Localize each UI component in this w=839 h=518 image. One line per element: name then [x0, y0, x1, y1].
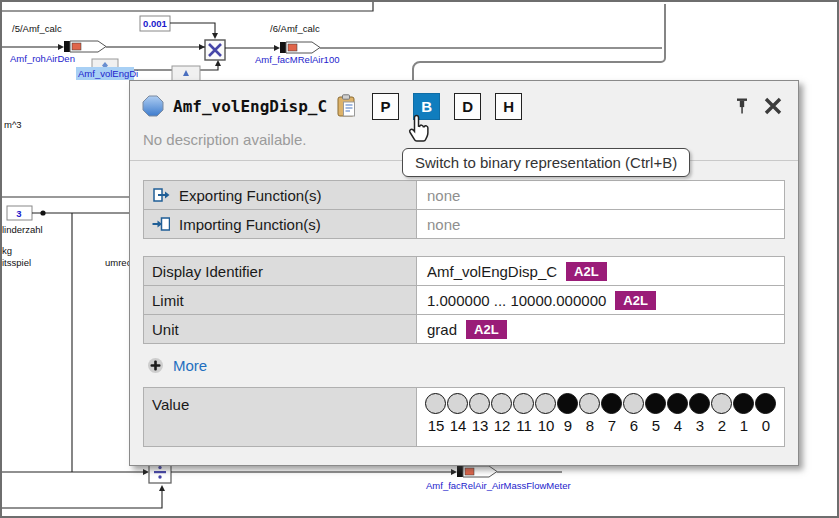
arrowhead — [159, 485, 165, 491]
bit-circle[interactable] — [535, 393, 556, 414]
tag-port — [457, 466, 463, 477]
bit-number: 13 — [469, 417, 491, 434]
property-popup: Amf_volEngDisp_C P B D H — [129, 80, 799, 466]
bit-number: 4 — [667, 417, 689, 434]
bit-number: 5 — [645, 417, 667, 434]
format-button-physical[interactable]: P — [372, 93, 399, 120]
system-annotation: /6/Amf_calc — [270, 23, 320, 34]
boundary-line — [2, 2, 373, 11]
bit-circle[interactable] — [513, 393, 534, 414]
row-value-cell[interactable]: 1.000000 ... 10000.000000 A2L — [417, 286, 784, 314]
value-cell: 1514131211109876543210 — [417, 388, 784, 446]
bit-circle[interactable] — [733, 393, 754, 414]
popup-title: Amf_volEngDisp_C — [173, 97, 327, 116]
format-button-label: H — [503, 98, 514, 115]
more-row[interactable]: More — [147, 357, 785, 374]
block-annotation: kg — [2, 245, 12, 256]
importing-function-icon — [152, 215, 170, 233]
functions-table: Exporting Function(s) none Importing Fun… — [143, 180, 785, 239]
unit-annotation: m^3 — [4, 119, 22, 130]
bit-circles — [425, 393, 784, 414]
format-button-label: D — [462, 98, 473, 115]
format-button-decimal[interactable]: D — [454, 93, 481, 120]
bit-circle[interactable] — [447, 393, 468, 414]
row-value: grad — [427, 321, 457, 338]
row-label: Limit — [152, 292, 184, 309]
arrowhead — [212, 33, 218, 39]
popup-header: Amf_volEngDisp_C P B D H — [130, 81, 798, 129]
bit-circle[interactable] — [425, 393, 446, 414]
row-value[interactable]: none — [417, 210, 784, 238]
arrowhead — [451, 469, 457, 475]
bit-circle[interactable] — [667, 393, 688, 414]
plus-icon — [147, 357, 164, 374]
divide-glyph — [158, 475, 161, 478]
close-button[interactable] — [762, 94, 784, 118]
pin-button[interactable] — [731, 94, 753, 118]
row-label: Exporting Function(s) — [179, 187, 322, 204]
format-button-label: P — [381, 98, 391, 115]
row-label-cell: Display Identifier — [144, 257, 417, 285]
bit-number: 15 — [425, 417, 447, 434]
constant-value: 0.001 — [143, 18, 167, 29]
arrowhead — [143, 469, 149, 475]
tag-port — [64, 41, 70, 52]
bit-number: 14 — [447, 417, 469, 434]
row-label: Value — [152, 396, 189, 413]
arrowhead — [274, 45, 280, 51]
row-value-cell[interactable]: grad A2L — [417, 315, 784, 343]
table-row: Importing Function(s) none — [144, 210, 784, 238]
value-table: Value 1514131211109876543210 — [143, 387, 785, 447]
bit-number: 1 — [733, 417, 755, 434]
bit-circle[interactable] — [689, 393, 710, 414]
signal-line — [170, 23, 215, 35]
table-row: Unit grad A2L — [144, 315, 784, 343]
table-row: Exporting Function(s) none — [144, 181, 784, 210]
row-value: 1.000000 ... 10000.000000 — [427, 292, 606, 309]
bit-circle[interactable] — [601, 393, 622, 414]
bit-number: 10 — [535, 417, 557, 434]
bit-number: 2 — [711, 417, 733, 434]
signal-label[interactable]: Amf_facRelAir_AirMassFlowMeter — [426, 480, 571, 491]
format-button-hex[interactable]: H — [495, 93, 522, 120]
table-row: Display Identifier Amf_volEngDisp_C A2L — [144, 257, 784, 286]
table-row: Limit 1.000000 ... 10000.000000 A2L — [144, 286, 784, 315]
clipboard-icon[interactable] — [336, 94, 358, 118]
row-value: Amf_volEngDisp_C — [427, 263, 557, 280]
row-label-cell: Exporting Function(s) — [144, 181, 417, 209]
signal-label[interactable]: Amf_rohAirDen — [10, 53, 75, 64]
bit-circle[interactable] — [469, 393, 490, 414]
exporting-function-icon — [152, 186, 170, 204]
a2l-badge: A2L — [615, 291, 656, 310]
bit-circle[interactable] — [557, 393, 578, 414]
bit-circle[interactable] — [579, 393, 600, 414]
pin-icon — [734, 97, 750, 115]
bit-number: 8 — [579, 417, 601, 434]
close-icon — [763, 96, 783, 116]
bit-number: 12 — [491, 417, 513, 434]
bit-number: 6 — [623, 417, 645, 434]
signal-label[interactable]: Amf_facMRelAir100 — [255, 54, 339, 65]
application-window: 0.001 Amf_rohAirDen Amf_volEngDi Amf_f — [0, 0, 839, 518]
row-label-cell: Limit — [144, 286, 417, 314]
arrowhead — [58, 44, 64, 50]
variable-type-icon — [142, 95, 164, 117]
row-value[interactable]: none — [417, 181, 784, 209]
bit-number: 9 — [557, 417, 579, 434]
row-value-cell[interactable]: Amf_volEngDisp_C A2L — [417, 257, 784, 285]
bit-circle[interactable] — [755, 393, 776, 414]
junction-dot — [40, 210, 45, 215]
bit-circle[interactable] — [623, 393, 644, 414]
block-annotation: itsspiel — [2, 257, 31, 268]
bit-circle[interactable] — [491, 393, 512, 414]
signal-label-selected[interactable]: Amf_volEngDi — [78, 68, 138, 79]
divide-glyph — [158, 466, 161, 469]
arrowhead — [215, 60, 221, 66]
tag-icon — [72, 43, 81, 50]
bit-circle[interactable] — [645, 393, 666, 414]
row-label: Display Identifier — [152, 263, 263, 280]
more-link[interactable]: More — [173, 357, 207, 374]
bit-circle[interactable] — [711, 393, 732, 414]
divide-glyph — [154, 471, 166, 473]
arrowhead — [199, 44, 205, 50]
